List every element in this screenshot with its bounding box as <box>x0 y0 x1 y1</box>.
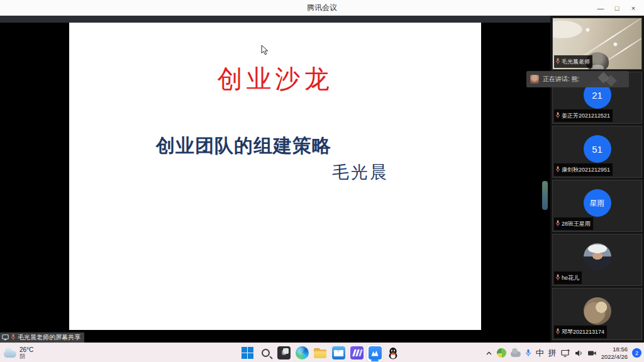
microphone-icon <box>555 272 560 283</box>
participant-name-label: 邓琴2021213174 <box>554 326 607 338</box>
qq-penguin-icon <box>386 346 400 360</box>
search-button[interactable] <box>258 345 273 361</box>
notification-badge[interactable]: 2 <box>632 348 641 358</box>
tencent-meeting-icon <box>369 346 382 359</box>
participant-tiles: 毛光晨老师 21 姜正芳2021212521 <box>552 18 642 342</box>
slide-title: 创业沙龙 <box>69 62 481 96</box>
microphone-icon <box>555 110 560 121</box>
participant-name: 毛光晨老师 <box>562 58 590 66</box>
active-app-indicator <box>371 359 379 361</box>
microphone-icon <box>11 332 16 343</box>
avatar-photo <box>584 243 611 271</box>
speaking-indicator-text: 正在讲话: 熊: <box>543 75 579 84</box>
slide-author: 毛光晨 <box>332 161 389 184</box>
participant-name: 康剑秋2021212951 <box>562 166 610 174</box>
avatar: 星雨 <box>584 189 611 217</box>
participant-tile[interactable]: he花儿 <box>552 234 642 286</box>
weather-temperature: 26°C <box>19 346 33 354</box>
microphone-icon <box>555 218 560 229</box>
microphone-icon <box>555 326 560 337</box>
participant-name-label: 康剑秋2021212951 <box>554 163 613 176</box>
slide-subtitle: 创业团队的组建策略 <box>156 133 331 159</box>
participant-name-label: 毛光晨老师 <box>554 55 592 68</box>
tencent-meeting-window: 腾讯会议 — □ × 创业沙龙 创业团队的组建策略 毛光晨 <box>0 0 644 362</box>
avatar-photo <box>584 297 611 325</box>
leaf-app-tray-icon[interactable] <box>497 348 506 358</box>
window-titlebar: 腾讯会议 — □ × <box>0 0 644 16</box>
shared-screen-top-strip <box>0 16 550 23</box>
microphone-in-use-icon[interactable] <box>525 349 531 357</box>
monitor-pen-icon[interactable] <box>561 349 570 357</box>
show-hidden-icons-button[interactable] <box>486 351 492 356</box>
participant-name-label: he花儿 <box>554 272 582 284</box>
screen-share-banner: 毛光晨老师的屏幕共享 <box>0 332 84 343</box>
folder-icon <box>313 347 327 359</box>
search-icon <box>262 349 270 357</box>
participants-sidebar: 毛光晨老师 21 姜正芳2021212521 <box>550 16 644 343</box>
mouse-cursor-icon <box>261 45 269 58</box>
participant-name: 28班王星雨 <box>562 220 591 228</box>
participant-tile[interactable]: 星雨 28班王星雨 <box>552 180 642 232</box>
taskbar-app-qq[interactable] <box>386 345 401 361</box>
microphone-icon <box>555 56 560 67</box>
speaker-avatar <box>530 75 539 84</box>
taskbar-clock[interactable]: 18:56 2022/4/26 <box>601 346 628 361</box>
dark-app-icon <box>277 346 291 359</box>
mail-icon <box>332 346 345 359</box>
window-title: 腾讯会议 <box>307 3 337 13</box>
start-button[interactable] <box>240 345 255 361</box>
camera-in-use-icon[interactable] <box>587 349 597 357</box>
speaker-icon[interactable] <box>575 349 583 357</box>
participant-name-label: 28班王星雨 <box>554 217 593 230</box>
presentation-slide: 创业沙龙 创业团队的组建策略 毛光晨 <box>69 23 481 330</box>
taskbar-app-mail[interactable] <box>331 345 346 361</box>
screen-share-banner-label: 毛光晨老师的屏幕共享 <box>18 333 80 342</box>
taskbar-system-tray: 中 拼 18 <box>486 343 641 362</box>
weather-condition: 阴 <box>19 353 33 359</box>
windows-taskbar: 26°C 阴 <box>0 343 644 362</box>
participant-name-label: 姜正芳2021212521 <box>554 109 613 122</box>
taskbar-app-snipping[interactable] <box>276 345 291 361</box>
windows-logo-icon <box>242 347 253 359</box>
shared-screen-area: 创业沙龙 创业团队的组建策略 毛光晨 <box>0 16 550 343</box>
participant-tile[interactable]: 邓琴2021213174 <box>552 288 642 340</box>
taskbar-app-file-explorer[interactable] <box>313 345 328 361</box>
taskbar-app-docs[interactable] <box>349 345 364 361</box>
participant-name: 邓琴2021213174 <box>562 328 604 336</box>
microphone-icon <box>555 164 560 175</box>
weather-widget[interactable]: 26°C 阴 <box>4 343 33 362</box>
participant-tile[interactable]: 51 康剑秋2021212951 <box>552 126 642 178</box>
edge-browser-icon <box>296 346 309 359</box>
purple-app-icon <box>350 346 364 359</box>
ime-mode-button[interactable]: 拼 <box>548 348 557 359</box>
sidebar-collapse-handle[interactable] <box>542 181 548 210</box>
close-button[interactable]: × <box>626 2 640 14</box>
participant-name: he花儿 <box>562 274 579 282</box>
taskbar-app-tencent-meeting[interactable] <box>367 345 382 361</box>
speaking-indicator-toast: 正在讲话: 熊: <box>526 71 629 87</box>
participant-tile-video[interactable]: 毛光晨老师 <box>552 18 642 70</box>
avatar: 51 <box>584 135 611 163</box>
weather-cloud-icon <box>4 351 16 358</box>
taskbar-app-edge[interactable] <box>294 345 309 361</box>
minimize-button[interactable]: — <box>594 2 608 14</box>
clock-time: 18:56 <box>613 346 628 353</box>
taskbar-app-icons <box>240 343 401 362</box>
window-controls: — □ × <box>594 0 640 16</box>
cloud-sync-icon[interactable] <box>511 349 521 357</box>
clock-date: 2022/4/26 <box>601 353 628 361</box>
participant-name: 姜正芳2021212521 <box>562 112 610 120</box>
ime-language-button[interactable]: 中 <box>536 348 544 359</box>
restore-button[interactable]: □ <box>610 2 624 14</box>
screen-icon <box>2 332 9 343</box>
